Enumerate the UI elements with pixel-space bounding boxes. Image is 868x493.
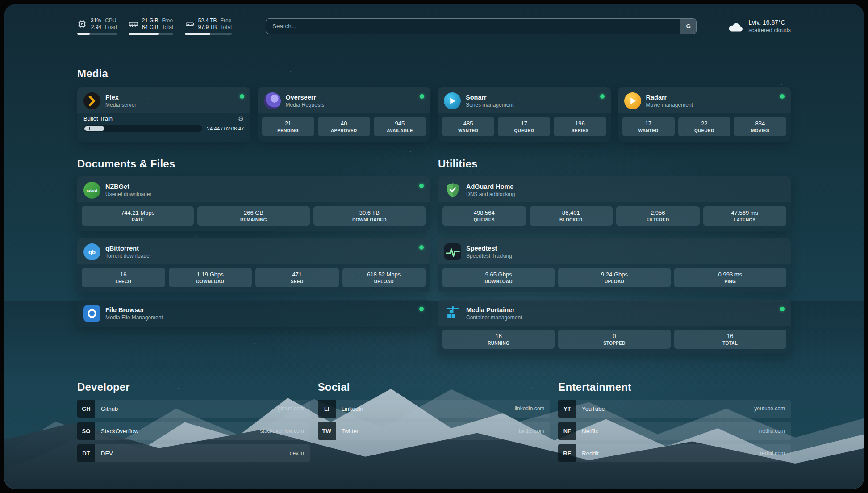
stat-box: 39.6 TB DOWNLOADED [313,206,426,226]
filebrowser-icon [83,305,100,322]
bookmark-linkedin[interactable]: LI LinkedIn linkedin.com [318,400,551,418]
cpu-label: CPU [105,17,117,24]
overseerr-icon [264,92,281,109]
reddit-icon: RE [558,444,576,462]
middle-columns: Documents & Files nzbget NZBGet Usenet d… [77,158,791,354]
radarr-stats: 17 WANTED 22 QUEUED 834 MOVIES [618,117,791,142]
nzbget-stats: 744.21 Mbps RATE 266 GB REMAINING 39.6 T… [77,206,430,231]
dashboard-content: 31% 2.94 CPU Load 21 GiB [4,17,864,489]
memory-free-value: 21 GiB [142,17,159,24]
media-grid: Plex Media server Bullet Train ⚙ 24:4 [77,87,791,142]
documents-column: Documents & Files nzbget NZBGet Usenet d… [77,158,430,354]
plex-title: Plex [105,93,136,101]
pause-icon[interactable] [88,127,90,130]
adguard-shield-icon [444,182,461,199]
bookmark-github[interactable]: GH Github github.com [77,400,310,418]
card-radarr[interactable]: Radarr Movie management 17 WANTED 22 QUE… [618,87,791,142]
topbar-divider [77,43,791,43]
stat-box: 86,401 BLOCKED [530,206,613,226]
disk-free-value: 52.4 TB [198,17,217,24]
disk-icon [185,19,195,29]
github-icon: GH [77,400,95,418]
memory-total-value: 64 GiB [142,24,159,31]
overseerr-subtitle: Media Requests [286,101,325,109]
stat-box: 618.52 Mbps UPLOAD [342,268,426,287]
radarr-icon [624,92,641,109]
section-heading-entertainment: Entertainment [558,381,791,393]
qbittorrent-stats: 16 LEECH 1.19 Gbps DOWNLOAD 471 SEED [77,268,430,292]
stat-box: 40 APPROVED [318,117,370,136]
memory-icon [129,19,138,29]
stat-box: 1.19 Gbps DOWNLOAD [169,268,252,287]
bookmark-stackoverflow[interactable]: SO StackOverflow stackoverflow.com [77,422,310,440]
bookmark-twitter[interactable]: TW Twitter twitter.com [318,422,551,440]
now-playing-title: Bullet Train [83,115,113,122]
speedtest-stats: 9.65 Gbps DOWNLOAD 9.24 Gbps UPLOAD 0.99… [438,268,791,292]
weather-condition: scattered clouds [748,26,791,34]
plex-subtitle: Media server [105,101,136,109]
card-filebrowser[interactable]: File Browser Media File Management [77,300,430,327]
status-dot [419,245,424,250]
bookmark-netflix[interactable]: NF Netflix netflix.com [558,422,791,440]
section-heading-social: Social [318,381,551,393]
speedtest-icon [444,243,461,260]
nzbget-subtitle: Usenet downloader [105,191,151,198]
stat-box: 196 SERIES [554,117,606,136]
card-nzbget[interactable]: nzbget NZBGet Usenet downloader 744.21 M… [77,176,430,231]
adguard-stats: 498,564 QUERIES 86,401 BLOCKED 2,956 FIL… [438,206,791,231]
snow-specks [4,4,5,5]
card-adguard[interactable]: AdGuard Home DNS and adblocking 498,564 … [438,176,791,231]
stat-box: 16 TOTAL [674,330,786,349]
stat-box: 2,956 FILTERED [616,206,700,226]
qbittorrent-icon: qb [83,243,100,260]
dev-icon: DT [77,444,95,462]
portainer-title: Media Portainer [466,306,522,314]
speedtest-title: Speedtest [466,244,512,252]
adguard-title: AdGuard Home [466,183,515,191]
memory-free-label: Free [162,17,173,24]
status-dot [419,307,424,311]
status-dot [240,94,244,99]
stat-box: 22 QUEUED [678,117,730,136]
memory-usage-bar [129,33,173,35]
radarr-title: Radarr [646,93,693,101]
settings-gear-icon[interactable]: ⚙ [238,115,244,122]
bookmark-reddit[interactable]: RE Reddit reddit.com [558,444,791,462]
card-portainer[interactable]: Media Portainer Container management 16 … [438,300,791,354]
developer-column: Developer GH Github github.com SO StackO… [77,381,310,467]
bookmarks-grid: Developer GH Github github.com SO StackO… [77,381,791,467]
playback-progress-bar[interactable] [83,125,202,132]
card-overseerr[interactable]: Overseerr Media Requests 21 PENDING 40 A… [258,87,431,142]
search-engine-button[interactable]: G [680,19,696,34]
card-qbittorrent[interactable]: qb qBittorrent Torrent downloader 16 LEE… [77,238,430,292]
bookmark-dev[interactable]: DT DEV dev.to [77,444,310,462]
card-plex[interactable]: Plex Media server Bullet Train ⚙ 24:4 [77,87,250,142]
status-dot [780,307,785,311]
section-heading-utilities: Utilities [438,158,791,170]
plex-icon [83,92,100,109]
youtube-icon: YT [558,400,576,418]
status-dot [780,94,785,99]
cpu-percent: 31% [91,17,101,24]
qbittorrent-title: qBittorrent [105,244,151,252]
linkedin-icon: LI [318,400,336,418]
card-sonarr[interactable]: Sonarr Series management 485 WANTED 17 Q… [438,87,611,142]
stat-box: 471 SEED [255,268,339,287]
bookmark-youtube[interactable]: YT YouTube youtube.com [558,400,791,418]
cpu-widget: 31% 2.94 CPU Load [77,17,117,35]
search-input[interactable] [266,19,680,34]
cpu-icon [77,19,87,29]
cpu-load-value: 2.94 [91,24,101,31]
card-speedtest[interactable]: Speedtest Speedtest Tracking 9.65 Gbps D… [438,238,791,292]
utilities-column: Utilities AdGuard Home DNS and adblockin… [438,158,791,354]
cpu-usage-bar [77,33,117,35]
stat-box: 0 STOPPED [558,330,670,349]
stat-box: 16 LEECH [82,268,165,287]
sonarr-stats: 485 WANTED 17 QUEUED 196 SERIES [438,117,611,142]
portainer-subtitle: Container management [466,314,522,321]
nzbget-title: NZBGet [105,183,151,191]
disk-total-value: 97.9 TB [198,24,217,31]
overseerr-stats: 21 PENDING 40 APPROVED 945 AVAILABLE [258,117,431,142]
sonarr-title: Sonarr [466,93,513,101]
dashboard-screen: 31% 2.94 CPU Load 21 GiB [4,4,864,489]
